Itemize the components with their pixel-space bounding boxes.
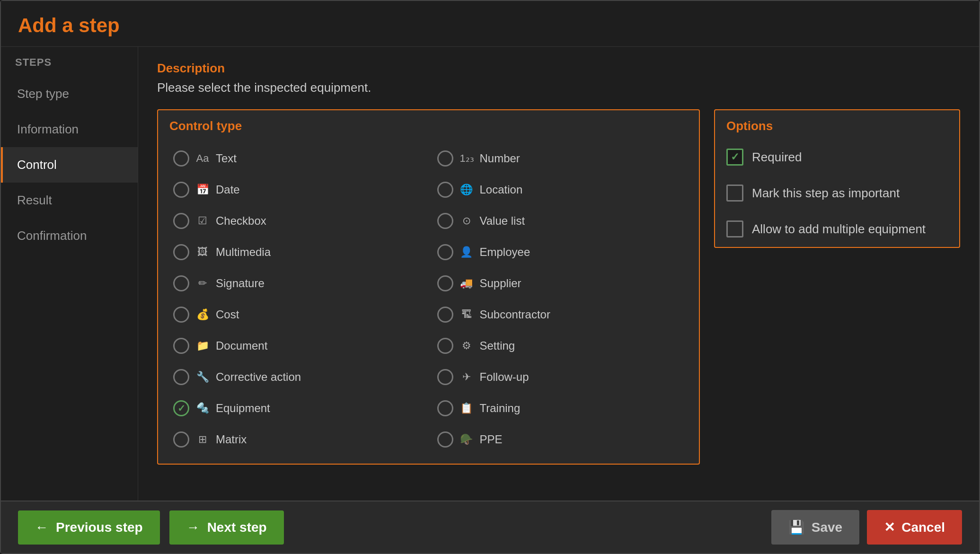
control-item-follow-up[interactable]: ✈ Follow-up [430, 362, 692, 392]
control-item-multimedia[interactable]: 🖼 Multimedia [166, 237, 428, 267]
radio-multimedia[interactable] [173, 244, 189, 260]
training-icon: 📋 [460, 402, 473, 414]
radio-document[interactable] [173, 338, 189, 354]
option-allow-multiple[interactable]: Allow to add multiple equipment [715, 211, 959, 247]
location-icon: 🌐 [460, 184, 473, 196]
control-item-checkbox[interactable]: ☑ Checkbox [166, 206, 428, 236]
panels-row: Control type Aa Text 1₂₃ Number [157, 109, 960, 465]
control-item-equipment[interactable]: 🔩 Equipment [166, 394, 428, 423]
number-icon: 1₂₃ [460, 152, 473, 165]
control-label-matrix: Matrix [216, 433, 247, 446]
signature-icon: ✏ [196, 277, 209, 290]
footer-right: 💾 Save ✕ Cancel [771, 510, 962, 545]
control-label-subcontractor: Subcontractor [480, 308, 550, 321]
control-item-subcontractor[interactable]: 🏗 Subcontractor [430, 300, 692, 329]
control-label-value-list: Value list [480, 214, 525, 228]
sidebar-item-control[interactable]: Control [1, 147, 138, 183]
radio-follow-up[interactable] [437, 369, 453, 385]
control-item-number[interactable]: 1₂₃ Number [430, 144, 692, 173]
control-grid: Aa Text 1₂₃ Number 📅 [158, 139, 699, 464]
subcontractor-icon: 🏗 [460, 308, 473, 321]
radio-matrix[interactable] [173, 431, 189, 448]
setting-icon: ⚙ [460, 340, 473, 352]
radio-equipment[interactable] [173, 400, 189, 416]
radio-supplier[interactable] [437, 275, 453, 291]
description-label: Description [157, 61, 960, 76]
radio-corrective-action[interactable] [173, 369, 189, 385]
control-label-location: Location [480, 183, 523, 196]
radio-cost[interactable] [173, 307, 189, 323]
page-title: Add a step [18, 14, 962, 37]
control-item-signature[interactable]: ✏ Signature [166, 269, 428, 298]
sidebar-item-information[interactable]: Information [1, 112, 138, 147]
cancel-icon: ✕ [884, 519, 895, 535]
next-step-button[interactable]: → Next step [169, 510, 284, 545]
footer: ← Previous step → Next step 💾 Save ✕ Can… [1, 501, 979, 553]
option-label-allow-multiple: Allow to add multiple equipment [752, 222, 926, 237]
control-label-follow-up: Follow-up [480, 370, 529, 384]
control-type-header: Control type [158, 110, 699, 139]
equipment-icon: 🔩 [196, 402, 209, 414]
control-item-training[interactable]: 📋 Training [430, 394, 692, 423]
radio-checkbox[interactable] [173, 213, 189, 229]
cost-icon: 💰 [196, 308, 209, 321]
control-item-corrective-action[interactable]: 🔧 Corrective action [166, 362, 428, 392]
save-icon: 💾 [788, 519, 805, 535]
main-container: Add a step STEPS Step type Information C… [0, 0, 980, 554]
radio-text[interactable] [173, 150, 189, 167]
control-label-cost: Cost [216, 308, 239, 321]
radio-date[interactable] [173, 182, 189, 198]
option-label-mark-important: Mark this step as important [752, 186, 900, 201]
checkbox-allow-multiple[interactable] [726, 220, 743, 237]
option-mark-important[interactable]: Mark this step as important [715, 175, 959, 211]
content-area: STEPS Step type Information Control Resu… [1, 47, 979, 501]
radio-ppe[interactable] [437, 431, 453, 448]
control-label-document: Document [216, 339, 267, 352]
radio-subcontractor[interactable] [437, 307, 453, 323]
control-label-date: Date [216, 183, 240, 196]
checkbox-required[interactable] [726, 149, 743, 166]
control-item-document[interactable]: 📁 Document [166, 331, 428, 361]
sidebar-item-confirmation[interactable]: Confirmation [1, 218, 138, 254]
radio-training[interactable] [437, 400, 453, 416]
date-icon: 📅 [196, 184, 209, 196]
save-button[interactable]: 💾 Save [771, 510, 859, 545]
control-item-cost[interactable]: 💰 Cost [166, 300, 428, 329]
control-label-checkbox: Checkbox [216, 214, 266, 228]
follow-up-icon: ✈ [460, 371, 473, 383]
sidebar: STEPS Step type Information Control Resu… [1, 47, 138, 501]
radio-employee[interactable] [437, 244, 453, 260]
options-header: Options [715, 110, 959, 139]
control-item-matrix[interactable]: ⊞ Matrix [166, 425, 428, 454]
ppe-icon: 🪖 [460, 433, 473, 446]
previous-step-button[interactable]: ← Previous step [18, 510, 160, 545]
document-icon: 📁 [196, 340, 209, 352]
control-item-text[interactable]: Aa Text [166, 144, 428, 173]
option-label-required: Required [752, 150, 802, 165]
control-item-value-list[interactable]: ⊙ Value list [430, 206, 692, 236]
control-item-setting[interactable]: ⚙ Setting [430, 331, 692, 361]
cancel-button[interactable]: ✕ Cancel [867, 510, 962, 545]
control-item-date[interactable]: 📅 Date [166, 175, 428, 204]
control-label-number: Number [480, 152, 520, 165]
option-required[interactable]: Required [715, 139, 959, 175]
control-label-text: Text [216, 152, 237, 165]
control-item-supplier[interactable]: 🚚 Supplier [430, 269, 692, 298]
control-item-employee[interactable]: 👤 Employee [430, 237, 692, 267]
radio-location[interactable] [437, 182, 453, 198]
control-item-location[interactable]: 🌐 Location [430, 175, 692, 204]
value-list-icon: ⊙ [460, 215, 473, 227]
main-content: Description Please select the inspected … [138, 47, 979, 501]
radio-signature[interactable] [173, 275, 189, 291]
text-icon: Aa [196, 152, 209, 165]
multimedia-icon: 🖼 [196, 246, 209, 258]
radio-number[interactable] [437, 150, 453, 167]
radio-value-list[interactable] [437, 213, 453, 229]
control-label-supplier: Supplier [480, 277, 521, 290]
checkbox-mark-important[interactable] [726, 185, 743, 202]
sidebar-item-step-type[interactable]: Step type [1, 76, 138, 112]
control-item-ppe[interactable]: 🪖 PPE [430, 425, 692, 454]
control-label-corrective-action: Corrective action [216, 370, 301, 384]
sidebar-item-result[interactable]: Result [1, 183, 138, 218]
radio-setting[interactable] [437, 338, 453, 354]
